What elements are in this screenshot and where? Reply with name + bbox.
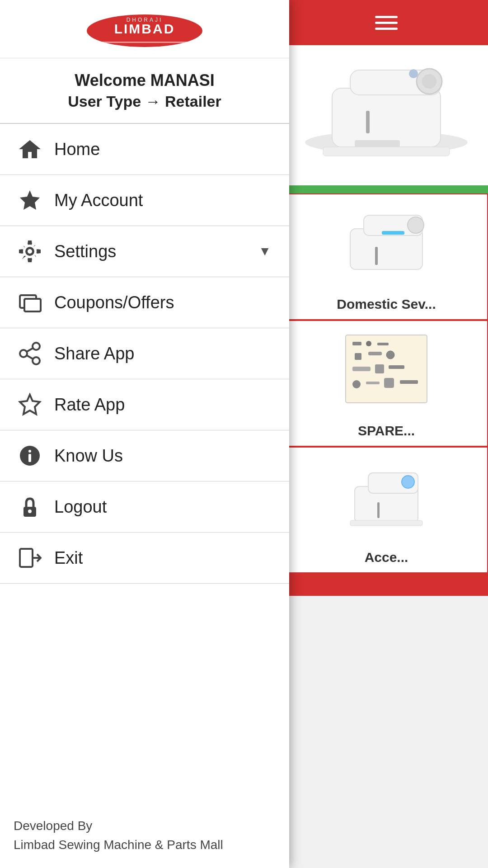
svg-rect-13 (382, 231, 404, 235)
svg-rect-8 (323, 147, 450, 156)
settings-arrow-icon: ▼ (258, 244, 271, 259)
share-icon (18, 342, 50, 365)
drawer-logo-section: LIMBAD DHORAJI ® (0, 0, 289, 58)
share-label: Share App (54, 344, 134, 363)
menu-item-logout[interactable]: Logout (0, 481, 289, 533)
svg-rect-22 (375, 364, 384, 373)
product-card-accessories[interactable]: Acce... (285, 447, 488, 573)
svg-rect-25 (366, 382, 380, 384)
svg-rect-24 (352, 380, 361, 388)
menu-item-my-account[interactable]: My Account (0, 175, 289, 226)
svg-point-53 (28, 450, 31, 453)
svg-rect-23 (389, 365, 404, 369)
product-card-domestic[interactable]: Domestic Sev... (285, 193, 488, 320)
svg-rect-57 (20, 549, 33, 567)
svg-rect-27 (400, 380, 418, 384)
lock-icon (18, 495, 50, 519)
star-outline-icon (18, 393, 50, 416)
svg-rect-1 (332, 88, 441, 147)
svg-line-49 (27, 348, 33, 352)
logout-label: Logout (54, 497, 107, 517)
domestic-machine-svg (341, 206, 432, 278)
gear-icon (18, 240, 50, 263)
svg-marker-38 (19, 140, 41, 158)
svg-point-56 (28, 509, 32, 513)
svg-point-5 (422, 74, 436, 89)
hamburger-button[interactable] (375, 16, 398, 30)
svg-text:DHORAJI: DHORAJI (127, 17, 163, 23)
svg-rect-19 (368, 352, 382, 355)
svg-rect-7 (355, 140, 400, 147)
accessories-svg (341, 459, 432, 532)
exit-label: Exit (54, 548, 83, 568)
svg-rect-11 (375, 247, 378, 265)
menu-item-know-us[interactable]: Know Us (0, 430, 289, 481)
bottom-red-bar (285, 573, 488, 596)
footer-line1: Developed By (14, 819, 92, 833)
domestic-label: Domestic Sev... (337, 293, 436, 312)
svg-rect-37 (90, 42, 199, 43)
right-panel: Domestic Sev... SP (285, 0, 488, 868)
accessories-image (341, 455, 432, 536)
hero-sewing-machine-svg (296, 52, 477, 179)
spare-parts-image (341, 328, 432, 410)
accessories-label: Acce... (365, 546, 408, 565)
home-label: Home (54, 140, 100, 159)
svg-rect-18 (355, 353, 361, 360)
exit-icon (18, 546, 50, 570)
svg-rect-32 (350, 520, 422, 526)
drawer-footer: Developed By Limbad Sewing Machine & Par… (0, 806, 289, 868)
svg-rect-16 (366, 341, 371, 346)
footer-line2: Limbad Sewing Machine & Parts Mall (14, 838, 223, 852)
welcome-line1: Welcome MANASI (18, 71, 271, 90)
svg-rect-15 (352, 342, 361, 345)
hero-image (285, 45, 488, 185)
home-icon (18, 137, 50, 161)
svg-point-6 (409, 69, 418, 78)
limbad-logo: LIMBAD DHORAJI ® (86, 13, 203, 49)
svg-rect-17 (377, 343, 389, 345)
info-icon (18, 444, 50, 467)
top-bar (285, 0, 488, 45)
svg-marker-51 (20, 395, 40, 414)
svg-rect-21 (352, 367, 371, 371)
menu-item-coupons[interactable]: Coupons/Offers (0, 277, 289, 328)
logo-container: LIMBAD DHORAJI ® (86, 13, 203, 49)
domestic-machine-image (341, 202, 432, 283)
svg-point-47 (33, 357, 40, 364)
navigation-drawer: LIMBAD DHORAJI ® Welcome MANASI User Typ… (0, 0, 289, 868)
star-filled-icon (18, 189, 50, 212)
welcome-section: Welcome MANASI User Type → Retailer (0, 58, 289, 124)
menu-list: Home My Account (0, 124, 289, 806)
menu-item-rate[interactable]: Rate App (0, 379, 289, 430)
spare-parts-svg (341, 333, 432, 405)
svg-rect-20 (386, 351, 394, 359)
svg-line-50 (27, 355, 33, 359)
my-account-label: My Account (54, 191, 143, 210)
svg-rect-54 (28, 454, 31, 462)
svg-rect-30 (377, 502, 380, 518)
svg-point-42 (28, 249, 32, 254)
svg-point-46 (33, 343, 40, 350)
user-type-line: User Type → Retailer (18, 93, 271, 110)
settings-label: Settings (54, 242, 116, 261)
svg-rect-26 (384, 378, 394, 388)
coupons-label: Coupons/Offers (54, 293, 174, 312)
svg-point-12 (408, 217, 424, 233)
rate-label: Rate App (54, 395, 125, 415)
menu-item-exit[interactable]: Exit (0, 533, 289, 584)
svg-text:LIMBAD: LIMBAD (114, 21, 175, 36)
product-card-spare[interactable]: SPARE... (285, 320, 488, 447)
spare-label: SPARE... (358, 420, 415, 439)
menu-item-settings[interactable]: Settings ▼ (0, 226, 289, 277)
svg-rect-44 (24, 299, 41, 311)
know-us-label: Know Us (54, 446, 123, 466)
svg-text:®: ® (198, 17, 202, 23)
svg-rect-3 (366, 111, 370, 133)
svg-point-31 (402, 476, 414, 488)
progress-bar (285, 185, 488, 193)
menu-item-share[interactable]: Share App (0, 328, 289, 379)
menu-item-home[interactable]: Home (0, 124, 289, 175)
svg-marker-39 (20, 190, 40, 210)
coupon-icon (18, 291, 50, 314)
